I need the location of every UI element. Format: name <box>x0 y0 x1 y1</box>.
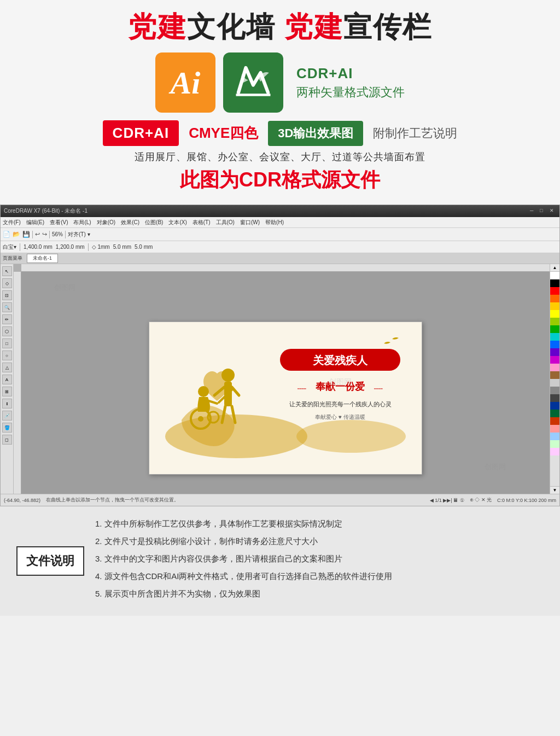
color-gold[interactable] <box>550 302 559 310</box>
title-mid: 文化墙 <box>187 11 284 43</box>
ruler-top <box>21 264 550 272</box>
color-darkred[interactable] <box>550 417 559 425</box>
info-item-3: 3. 文件中的文字和图片内容仅供参考，图片请根据自己的文案和图片 <box>95 552 544 565</box>
height-value[interactable]: 1,200.0 mm <box>56 244 85 250</box>
text-tool[interactable]: A <box>2 375 12 384</box>
color-pink[interactable] <box>550 364 559 371</box>
color-palette: ▲ <box>550 264 559 494</box>
palette-scroll-down[interactable]: ▼ <box>550 486 559 494</box>
color-lightgreen[interactable] <box>550 440 559 448</box>
active-tab[interactable]: 未命名-1 <box>27 254 58 263</box>
color-blue[interactable] <box>550 341 559 348</box>
width-value[interactable]: 1,400.0 mm <box>24 244 52 250</box>
info-item-4: 4. 源文件包含CDR和AI两种文件格式，使用者可自行选择自己熟悉的软件进行使用 <box>95 570 544 583</box>
format-line1: CDR+AI <box>296 65 405 82</box>
minimize-icon[interactable]: ─ <box>530 208 536 214</box>
color-black[interactable] <box>550 279 559 287</box>
color-cyan[interactable] <box>550 333 559 341</box>
color-lightblue[interactable] <box>550 433 559 440</box>
badge-cdr-ai: CDR+AI <box>103 120 179 146</box>
color-lavender[interactable] <box>550 448 559 455</box>
menu-bitmap[interactable]: 位图(B) <box>145 219 163 226</box>
menu-object[interactable]: 对象(O) <box>97 219 115 226</box>
zoom-tool[interactable]: 🔍 <box>2 302 12 312</box>
zoom-level[interactable]: 56% <box>52 231 63 237</box>
parallel-tool[interactable]: ⫿ <box>2 399 12 408</box>
subtitle: 适用展厅、展馆、办公室、会议室、大厅、过道等公共墙面布置 <box>11 150 549 163</box>
crop-tool[interactable]: ⊡ <box>2 290 12 300</box>
cdr-window-title: CoreDRAW X7 (64-Bit) - 未命名 -1 <box>4 207 527 215</box>
close-icon[interactable]: ✕ <box>550 208 556 214</box>
color-gray[interactable] <box>550 387 559 394</box>
save-icon[interactable]: 💾 <box>22 231 30 238</box>
open-icon[interactable]: 📂 <box>13 231 20 238</box>
page-nav: ◀ 1/1 ▶▶| 🖩 ① <box>430 498 464 503</box>
divider2 <box>49 231 50 238</box>
smart-fill[interactable]: ⬡ <box>2 326 12 336</box>
divider1 <box>32 231 33 238</box>
format-text: CDR+AI 两种矢量格式源文件 <box>296 65 405 101</box>
polygon-tool[interactable]: △ <box>2 363 12 372</box>
cdr-statusbar: (-64.90, -46.882) 在曲线上单击以添加一个节点，拖曳一个节点可改… <box>1 494 559 506</box>
menu-file[interactable]: 文件(F) <box>3 219 21 226</box>
fill-tool[interactable]: 🪣 <box>2 423 12 433</box>
freehand-tool[interactable]: ✏ <box>2 314 12 324</box>
menu-layout[interactable]: 布局(L) <box>73 219 91 226</box>
color-purple[interactable] <box>550 348 559 356</box>
palette-scroll-up[interactable]: ▲ <box>550 264 559 272</box>
coords: (-64.90, -46.882) <box>4 498 40 503</box>
menu-window[interactable]: 窗口(W) <box>240 219 260 226</box>
cdr-body: ↖ ◇ ⊡ 🔍 ✏ ⬡ □ ○ △ A ⊞ ⫿ 💉 🪣 ◻ 创图网 创图网 <box>1 264 559 494</box>
menu-tools[interactable]: 工具(O) <box>216 219 235 226</box>
color-navy[interactable] <box>550 402 559 410</box>
color-brown[interactable] <box>550 371 559 379</box>
color-white[interactable] <box>550 272 559 279</box>
color-green[interactable] <box>550 325 559 333</box>
color-magenta[interactable] <box>550 356 559 364</box>
color-orange[interactable] <box>550 295 559 302</box>
color-lightred[interactable] <box>550 425 559 433</box>
ellipse-tool[interactable]: ○ <box>2 351 12 360</box>
color-darkgray[interactable] <box>550 394 559 402</box>
color-lime[interactable] <box>550 318 559 325</box>
color-yellow[interactable] <box>550 310 559 318</box>
info-item-1: 1. 文件中所标制作工艺仅供参考，具体制作工艺要根据实际情况制定 <box>95 517 544 530</box>
cdr-icon <box>223 52 283 113</box>
cdr-window: CoreDRAW X7 (64-Bit) - 未命名 -1 ─ □ ✕ 文件(F… <box>0 205 560 506</box>
menu-text[interactable]: 文本(X) <box>168 219 186 226</box>
new-icon[interactable]: 📄 <box>3 231 10 238</box>
badge-craft: 附制作工艺说明 <box>373 125 457 142</box>
shape-tool[interactable]: ◇ <box>2 278 12 288</box>
zoom-status: ⊕ ◇ ✕ 光 <box>470 496 492 504</box>
main-title: 党建文化墙 党建宣传栏 <box>11 10 549 44</box>
div5 <box>88 243 89 251</box>
palette-colors <box>550 272 559 486</box>
color-lightgray[interactable] <box>550 379 559 387</box>
outline-tool[interactable]: ◻ <box>2 435 12 445</box>
cdr-titlebar: CoreDRAW X7 (64-Bit) - 未命名 -1 ─ □ ✕ <box>1 205 559 217</box>
info-section: 文件说明 1. 文件中所标制作工艺仅供参考，具体制作工艺要根据实际情况制定 2.… <box>0 506 560 616</box>
table-tool[interactable]: ⊞ <box>2 387 12 396</box>
info-item-5: 5. 展示页中所含图片并不为实物，仅为效果图 <box>95 587 544 600</box>
design-preview: 关爱残疾人 ━━━━ 奉献一份爱 ━━━━ 让关爱的阳光照亮每一个残疾人的心灵 … <box>149 322 422 474</box>
menu-view[interactable]: 查看(V) <box>50 219 68 226</box>
file-info-label: 文件说明 <box>16 546 84 576</box>
info-item-2: 2. 文件尺寸是投稿比例缩小设计，制作时请务必注意尺寸大小 <box>95 535 544 548</box>
watermark-1: 创图网 <box>54 283 75 293</box>
status-message: 在曲线上单击以添加一个节点，拖曳一个节点可改变其位置。 <box>46 496 424 504</box>
undo-icon[interactable]: ↩ <box>35 231 40 238</box>
menu-table[interactable]: 表格(T) <box>192 219 211 226</box>
eyedropper-tool[interactable]: 💉 <box>2 411 12 420</box>
redo-icon[interactable]: ↪ <box>42 231 47 238</box>
color-darkgreen[interactable] <box>550 410 559 417</box>
svg-point-3 <box>296 420 406 453</box>
restore-icon[interactable]: □ <box>540 208 546 214</box>
rect-tool[interactable]: □ <box>2 338 12 348</box>
color-red[interactable] <box>550 287 559 295</box>
select-tool[interactable]: ↖ <box>2 266 12 276</box>
title-part1: 党建 <box>128 11 187 43</box>
menu-effect[interactable]: 效果(C) <box>121 219 139 226</box>
title-part2: 党建 <box>284 11 343 43</box>
menu-edit[interactable]: 编辑(E) <box>26 219 44 226</box>
menu-help[interactable]: 帮助(H) <box>265 219 284 226</box>
